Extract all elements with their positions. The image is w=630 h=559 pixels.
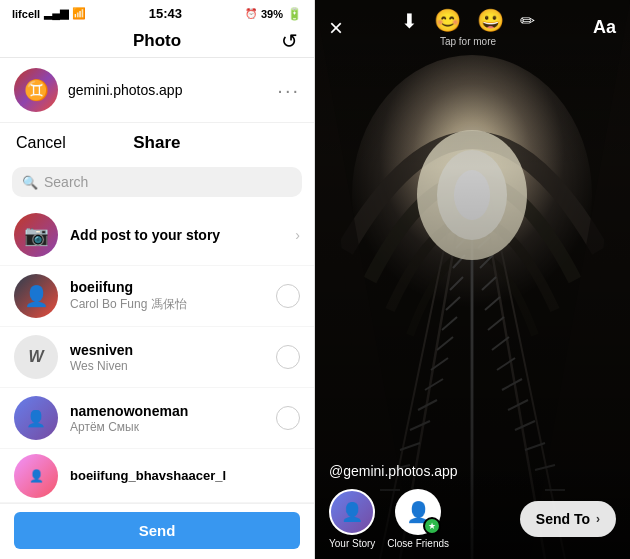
nav-bar: Photo ↺ (0, 25, 314, 58)
status-right: ⏰ 39% 🔋 (245, 7, 302, 21)
send-wrap: Send (0, 503, 314, 559)
search-bar[interactable]: 🔍 Search (12, 167, 302, 197)
last-icon: 👤 (29, 469, 44, 483)
text-style-button[interactable]: Aa (593, 17, 616, 38)
list-item[interactable]: W wesniven Wes Niven (0, 327, 314, 388)
wes-name: wesniven (70, 342, 264, 358)
nav-title: Photo (133, 31, 181, 51)
list-item[interactable]: 👤 boeiifung Carol Bo Fung 馮保怡 (0, 266, 314, 327)
story-item-name: Add post to your story (70, 227, 220, 243)
your-story-avatar: 👤 (329, 489, 375, 535)
signal-icon: ▂▄▆ (44, 7, 68, 20)
gemini-icon: ♊ (24, 78, 49, 102)
more-icon[interactable]: ··· (277, 79, 300, 102)
boei-sub: Carol Bo Fung 馮保怡 (70, 296, 264, 313)
bottom-overlay: @gemini.photos.app 👤 Your Story 👤 ★ Clos… (315, 455, 630, 559)
list-item[interactable]: 📷 Add post to your story › (0, 205, 314, 266)
your-story-label: Your Story (329, 538, 375, 549)
avatar: ♊ (14, 68, 58, 112)
wifi-icon: 📶 (72, 7, 86, 20)
status-bar: lifcell ▂▄▆ 📶 15:43 ⏰ 39% 🔋 (0, 0, 314, 25)
sticker-icon[interactable]: 😀 (477, 8, 504, 34)
right-panel: × ⬇ 😊 😀 ✏ Tap for more Aa @gemini.photos… (315, 0, 630, 559)
pen-icon[interactable]: ✏ (520, 10, 535, 32)
share-title: Share (133, 133, 180, 153)
share-bar: Cancel Share (0, 123, 314, 163)
send-to-button[interactable]: Send To › (520, 501, 616, 537)
toolbar-left: × (329, 14, 343, 42)
story-icon: 📷 (24, 223, 49, 247)
boei-name: boeiifung (70, 279, 264, 295)
search-placeholder: Search (44, 174, 292, 190)
select-circle[interactable] (276, 284, 300, 308)
face-effects-icon[interactable]: 😊 (434, 8, 461, 34)
cancel-button[interactable]: Cancel (16, 134, 66, 152)
send-button[interactable]: Send (14, 512, 300, 549)
bottom-row: 👤 Your Story 👤 ★ Close Friends Send To › (329, 489, 616, 549)
download-icon[interactable]: ⬇ (401, 9, 418, 33)
name-text-col: namenowoneman Артём Смык (70, 403, 264, 434)
last-text-col: boeiifung_bhavshaacer_l (70, 468, 300, 483)
profile-row[interactable]: ♊ gemini.photos.app ··· (0, 58, 314, 123)
toolbar-center: ⬇ 😊 😀 ✏ Tap for more (401, 8, 535, 47)
your-story-button[interactable]: 👤 Your Story (329, 489, 375, 549)
close-friends-button[interactable]: 👤 ★ Close Friends (387, 489, 449, 549)
status-left: lifcell ▂▄▆ 📶 (12, 7, 86, 20)
search-icon: 🔍 (22, 175, 38, 190)
list-item[interactable]: 👤 boeiifung_bhavshaacer_l (0, 449, 314, 503)
close-friends-avatar: 👤 ★ (395, 489, 441, 535)
battery-icon: 🔋 (287, 7, 302, 21)
wes-icon: W (28, 348, 43, 366)
left-panel: lifcell ▂▄▆ 📶 15:43 ⏰ 39% 🔋 Photo ↺ ♊ ge… (0, 0, 315, 559)
wes-sub: Wes Niven (70, 359, 264, 373)
select-circle[interactable] (276, 406, 300, 430)
toolbar-right: Aa (593, 17, 616, 38)
boei-text-col: boeiifung Carol Bo Fung 馮保怡 (70, 279, 264, 313)
alarm-icon: ⏰ (245, 8, 257, 19)
send-to-label: Send To (536, 511, 590, 527)
chevron-right-icon: › (596, 512, 600, 526)
name-icon: 👤 (26, 409, 46, 428)
select-circle[interactable] (276, 345, 300, 369)
person-icon: 👤 (341, 501, 363, 523)
last-name: boeiifung_bhavshaacer_l (70, 468, 300, 483)
name-name: namenowoneman (70, 403, 264, 419)
boei-avatar: 👤 (14, 274, 58, 318)
name-avatar: 👤 (14, 396, 58, 440)
star-icon: ★ (428, 521, 436, 531)
refresh-icon[interactable]: ↺ (281, 29, 298, 53)
chevron-icon: › (295, 227, 300, 243)
story-avatar: 📷 (14, 213, 58, 257)
story-text-col: Add post to your story (70, 226, 283, 244)
profile-name: gemini.photos.app (68, 82, 267, 98)
tap-more-label: Tap for more (440, 36, 496, 47)
list-item[interactable]: 👤 namenowoneman Артём Смык (0, 388, 314, 449)
green-badge: ★ (423, 517, 441, 535)
search-wrap: 🔍 Search + (0, 163, 314, 205)
close-friends-label: Close Friends (387, 538, 449, 549)
person-icon: 👤 (24, 284, 49, 308)
close-icon[interactable]: × (329, 14, 343, 42)
right-toolbar: × ⬇ 😊 😀 ✏ Tap for more Aa (315, 0, 630, 51)
wes-text-col: wesniven Wes Niven (70, 342, 264, 373)
name-sub: Артём Смык (70, 420, 264, 434)
toolbar-icons: ⬇ 😊 😀 ✏ (401, 8, 535, 34)
time-label: 15:43 (149, 6, 182, 21)
carrier-label: lifcell (12, 8, 40, 20)
battery-label: 39% (261, 8, 283, 20)
last-avatar: 👤 (14, 454, 58, 498)
username-tag: @gemini.photos.app (329, 463, 616, 479)
wes-avatar: W (14, 335, 58, 379)
